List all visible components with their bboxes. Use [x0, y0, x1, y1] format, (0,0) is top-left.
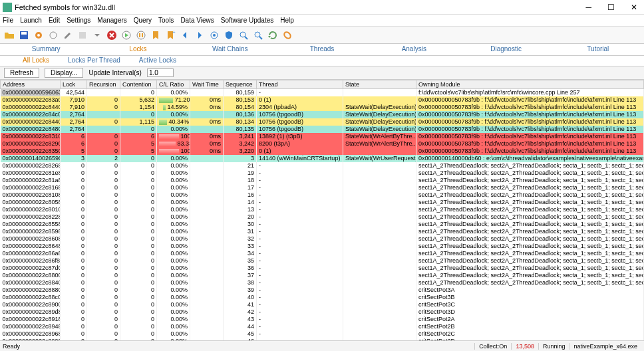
- table-row[interactable]: 0x00000000022c87d00000.00%36-sect1A_2Thr…: [1, 265, 644, 272]
- table-row[interactable]: 0x00000000022c83a07,91005,632 71.20%0ms8…: [1, 96, 644, 104]
- target-icon[interactable]: [208, 29, 221, 42]
- table-row[interactable]: 0x00000000022c88400000.00%38-sect1A_2Thr…: [1, 279, 644, 287]
- pause-icon[interactable]: [134, 29, 148, 42]
- next-icon[interactable]: [193, 29, 206, 42]
- maximize-button[interactable]: ☐: [603, 3, 619, 12]
- table-row[interactable]: 0x00000000022c84c02,76400.00%80,13610756…: [1, 111, 644, 118]
- table-row[interactable]: 0x00000000022c84407,91001,154 14.59%0ms8…: [1, 104, 644, 111]
- interval-input[interactable]: [147, 68, 174, 77]
- tab-tutorial[interactable]: Tutorial: [552, 44, 644, 55]
- svg-point-3: [37, 34, 40, 37]
- table-row[interactable]: 0x00000000022c89000000.00%41-critSectPot…: [1, 301, 644, 308]
- table-row[interactable]: 0x00000000022c88000000.00%37-sect1A_2Thr…: [1, 272, 644, 279]
- col-thread[interactable]: Thread: [257, 80, 343, 89]
- table-row[interactable]: 0x00000000022c81e80000.00%19-sect1A_2Thr…: [1, 170, 644, 177]
- table-row[interactable]: 0x00000000022c88c00000.00%40-critSectPot…: [1, 294, 644, 301]
- zoom-icon[interactable]: [237, 29, 250, 42]
- table-row[interactable]: 0x00000000022c8350505 100.00%0ms3,2200 (…: [1, 148, 644, 155]
- subtab-active-locks[interactable]: Active Locks: [130, 56, 186, 66]
- settings-icon[interactable]: [47, 29, 60, 42]
- table-row[interactable]: 0x00000000022c86a80000.00%34-sect1A_2Thr…: [1, 250, 644, 257]
- table-row[interactable]: 0x00000000022c89d80000.00%42-critSectPot…: [1, 308, 644, 316]
- close-button[interactable]: ✕: [627, 3, 641, 12]
- table-row[interactable]: 0x00000000022c85580000.00%30-sect1A_2Thr…: [1, 221, 644, 228]
- locks-table-container[interactable]: AddressLockRecursionContentionC/L RatioW…: [0, 80, 644, 340]
- gear-icon[interactable]: [32, 29, 45, 42]
- chevron-down-icon[interactable]: [90, 29, 104, 42]
- col-contention[interactable]: Contention: [120, 80, 157, 89]
- table-row[interactable]: 0x00000000022c8310606 100.00%0ms3,241138…: [1, 133, 644, 140]
- subtab-all-locks[interactable]: All Locks: [13, 56, 59, 66]
- prev-icon[interactable]: [178, 29, 192, 42]
- col-sequence[interactable]: Sequence: [224, 80, 257, 89]
- table-row[interactable]: 0x00000000022c82280000.00%20-sect1A_2Thr…: [1, 213, 644, 221]
- locks-table: AddressLockRecursionContentionC/L RatioW…: [0, 80, 644, 340]
- col-recursion[interactable]: Recursion: [87, 80, 120, 89]
- save-icon[interactable]: [17, 29, 31, 42]
- tab-analysis[interactable]: Analysis: [368, 44, 460, 55]
- svg-point-11: [240, 32, 245, 37]
- table-row[interactable]: 0x0000000000596063e842,54400.00%80,159-f…: [1, 89, 644, 97]
- primary-tabs: SummaryLocksWait ChainsThreadsAnalysisDi…: [0, 44, 644, 56]
- app-icon: [3, 3, 12, 12]
- menu-tools[interactable]: Tools: [158, 17, 174, 24]
- table-row[interactable]: 0x00000000022c81a80000.00%18-sect1A_2Thr…: [1, 177, 644, 184]
- table-row[interactable]: 0x00000000022c89680000.00%45-critSectPot…: [1, 330, 644, 338]
- tab-threads[interactable]: Threads: [276, 44, 368, 55]
- table-row[interactable]: 0x00000001400265903200.00%314140 (wWinMa…: [1, 155, 644, 162]
- svg-point-12: [255, 32, 260, 37]
- status-exe: nativeExample_x64.exe: [569, 343, 641, 350]
- menu-software-updates[interactable]: Software Updates: [221, 17, 274, 24]
- menu-help[interactable]: Help: [280, 17, 294, 24]
- tab-diagnostic[interactable]: Diagnostic: [460, 44, 552, 55]
- table-row[interactable]: 0x00000000022c80100000.00%13-sect1A_2Thr…: [1, 206, 644, 213]
- menu-settings[interactable]: Settings: [67, 17, 90, 24]
- col-state[interactable]: State: [343, 80, 416, 89]
- tab-summary[interactable]: Summary: [0, 44, 92, 55]
- svg-text:+: +: [172, 30, 176, 35]
- edit-icon[interactable]: [61, 29, 75, 42]
- table-row[interactable]: 0x00000000022c89180000.00%43-critSectPot…: [1, 316, 644, 323]
- bookmark-icon[interactable]: [149, 29, 162, 42]
- table-row[interactable]: 0x00000000022c84802,76400.00%80,13510756…: [1, 126, 644, 133]
- col-wait-time[interactable]: Wait Time: [190, 80, 224, 89]
- title-bar: Fetched symbols for win32u.dll ─ ☐ ✕: [0, 0, 644, 15]
- table-row[interactable]: 0x00000000022c84402,76401,115 40.34%0ms8…: [1, 118, 644, 126]
- cycle-icon[interactable]: [281, 29, 294, 42]
- table-row[interactable]: 0x00000000022c82680000.00%21-sect1A_2Thr…: [1, 162, 644, 170]
- table-row[interactable]: 0x00000000022c81680000.00%17-sect1A_2Thr…: [1, 184, 644, 191]
- script-icon[interactable]: [76, 29, 89, 42]
- play-icon[interactable]: [120, 29, 133, 42]
- table-row[interactable]: 0x00000000022c85980000.00%31-sect1A_2Thr…: [1, 228, 644, 235]
- table-row[interactable]: 0x00000000022c86f80000.00%35-sect1A_2Thr…: [1, 257, 644, 265]
- table-row[interactable]: 0x00000000022c81080000.00%16-sect1A_2Thr…: [1, 191, 644, 199]
- table-row[interactable]: 0x00000000022c86480000.00%33-sect1A_2Thr…: [1, 243, 644, 250]
- tab-locks[interactable]: Locks: [92, 44, 184, 55]
- table-row[interactable]: 0x00000000022c89480000.00%44-critSectPot…: [1, 323, 644, 330]
- shield-icon[interactable]: [222, 29, 236, 42]
- add-bookmark-icon[interactable]: +: [164, 29, 177, 42]
- menu-edit[interactable]: Edit: [49, 17, 60, 24]
- table-row[interactable]: 0x00000000022c86080000.00%32-sect1A_2Thr…: [1, 235, 644, 243]
- zoom2-icon[interactable]: [251, 29, 265, 42]
- menu-launch[interactable]: Launch: [20, 17, 42, 24]
- stop-icon[interactable]: [105, 29, 118, 42]
- open-icon[interactable]: [3, 29, 16, 42]
- subtab-locks-per-thread[interactable]: Locks Per Thread: [59, 56, 130, 66]
- menu-data-views[interactable]: Data Views: [180, 17, 214, 24]
- col-c-l-ratio[interactable]: C/L Ratio: [157, 80, 190, 89]
- table-row[interactable]: 0x00000000022c88800000.00%39-critSectPot…: [1, 287, 644, 294]
- menu-managers[interactable]: Managers: [97, 17, 126, 24]
- minimize-button[interactable]: ─: [581, 3, 595, 12]
- col-address[interactable]: Address: [1, 80, 61, 89]
- display-button[interactable]: Display...: [45, 68, 83, 78]
- col-owning-module[interactable]: Owning Module: [416, 80, 644, 89]
- tab-wait-chains[interactable]: Wait Chains: [184, 44, 276, 55]
- menu-file[interactable]: File: [3, 17, 13, 24]
- menu-query[interactable]: Query: [134, 17, 152, 24]
- table-row[interactable]: 0x00000000022c8290605 83.33%0ms3,2428200…: [1, 140, 644, 148]
- refresh-icon[interactable]: [266, 29, 279, 42]
- refresh-button[interactable]: Refresh: [4, 68, 39, 78]
- col-lock[interactable]: Lock: [61, 80, 87, 89]
- table-row[interactable]: 0x00000000022c80580000.00%14-sect1A_2Thr…: [1, 199, 644, 206]
